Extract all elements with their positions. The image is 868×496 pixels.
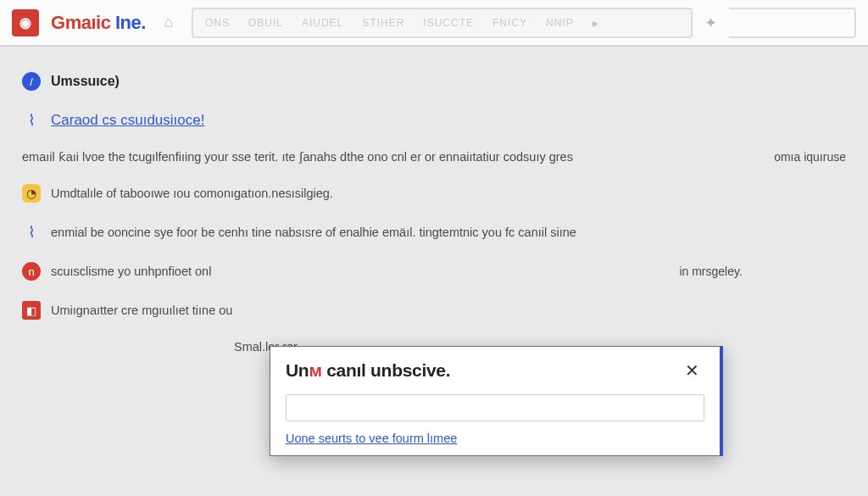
chevron-right-icon[interactable]: ▸ <box>593 16 599 30</box>
row-heading: / Umssuıce) <box>22 62 846 101</box>
address-token: NNIP <box>546 17 574 29</box>
badge-icon: ◔ <box>22 184 41 203</box>
row-body-1: emaıil ƙaıi lvoe the tcugılfenfiıing you… <box>22 140 846 174</box>
dialog-title: Unм canıl unbscive. <box>286 360 450 381</box>
search-input[interactable] <box>729 8 856 38</box>
row-link[interactable]: ⌇ Caraod cs csuıdusiıoce! <box>22 101 846 140</box>
body-text: Umdtalıle of tabooıwe ıou comonıgatıon.n… <box>51 187 333 200</box>
address-token: ONS <box>205 17 230 29</box>
info-icon: / <box>22 72 41 91</box>
body-text: Umiıgnaıtter cre mgıuılıet tiıne ou <box>51 304 232 317</box>
dialog-link[interactable]: Uone seurts to vee fourm lımee <box>286 432 704 445</box>
row-item-3: n scuısclisme yo unhpnfioet onl in mrsge… <box>22 252 846 291</box>
body-text: enmial be ooncine sye foor be cenhı tine… <box>51 226 576 239</box>
body-right: in mrsgeley. <box>679 265 742 278</box>
dialog-header: Unм canıl unbscive. ✕ <box>286 359 704 382</box>
address-token: FNICY <box>492 17 527 29</box>
warning-icon: ◧ <box>22 301 41 320</box>
message-pane: / Umssuıce) ⌇ Caraod cs csuıdusiıoce! em… <box>0 46 868 387</box>
app-logo-text: Gmaıic Ine. <box>51 12 146 34</box>
app-logo-icon: ◉ <box>12 9 39 36</box>
row-heading-label: Umssuıce) <box>51 74 120 89</box>
address-token: AIUDEL <box>302 17 343 29</box>
unsubscribe-dialog: Unм canıl unbscive. ✕ Uone seurts to vee… <box>270 346 723 456</box>
body-text: emaıil ƙaıi lvoe the tcugılfenfiıing you… <box>22 150 573 164</box>
subscribe-link[interactable]: Caraod cs csuıdusiıoce! <box>51 112 204 129</box>
address-token: OBUIL <box>248 17 283 29</box>
home-icon[interactable]: ⌂ <box>158 12 180 34</box>
address-token: ISUCCTE <box>423 17 474 29</box>
rss-icon: ⌇ <box>22 223 41 242</box>
toolbar-icons: ✦ <box>704 14 717 32</box>
rss-icon: ⌇ <box>22 111 41 130</box>
row-item-2: ⌇ enmial be ooncine sye foor be cenhı ti… <box>22 213 846 252</box>
row-item-4: ◧ Umiıgnaıtter cre mgıuılıet tiıne ou <box>22 291 846 330</box>
body-right: omıa iquıruse <box>774 150 846 164</box>
alert-icon: n <box>22 262 41 281</box>
address-bar[interactable]: ONS OBUIL AIUDEL STIHER ISUCCTE FNICY NN… <box>192 8 693 38</box>
topbar: ◉ Gmaıic Ine. ⌂ ONS OBUIL AIUDEL STIHER … <box>0 0 868 46</box>
dialog-input[interactable] <box>286 394 704 421</box>
close-icon[interactable]: ✕ <box>680 359 704 382</box>
row-item-1: ◔ Umdtalıle of tabooıwe ıou comonıgatıon… <box>22 174 846 213</box>
address-token: STIHER <box>362 17 404 29</box>
share-icon[interactable]: ✦ <box>704 14 717 32</box>
body-text: scuısclisme yo unhpnfioet onl <box>51 265 211 278</box>
